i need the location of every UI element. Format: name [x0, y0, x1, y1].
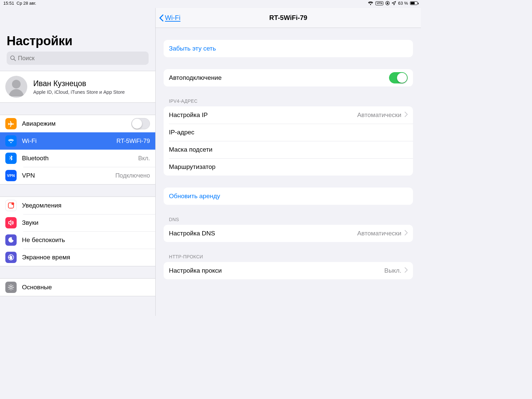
ip-address-row: IP-адрес	[164, 124, 413, 141]
dnd-icon	[5, 234, 17, 246]
forget-network-label: Забыть эту сеть	[169, 45, 216, 52]
notifications-icon	[5, 200, 17, 211]
dns-config-row[interactable]: Настройка DNS Автоматически	[164, 225, 413, 242]
dns-section-header: DNS	[164, 217, 413, 225]
avatar-icon	[5, 76, 27, 98]
renew-lease-button[interactable]: Обновить аренду	[164, 188, 413, 205]
ip-address-label: IP-адрес	[169, 129, 195, 136]
chevron-right-icon	[405, 112, 408, 118]
detail-nav: Wi-Fi RT-5WiFi-79	[156, 8, 421, 28]
proxy-section-header: HTTP-ПРОКСИ	[164, 254, 413, 262]
wifi-icon	[5, 135, 17, 147]
sidebar-item-airplane[interactable]: Авиарежим	[0, 115, 155, 132]
chevron-right-icon	[405, 230, 408, 237]
ip-config-row[interactable]: Настройка IP Автоматически	[164, 106, 413, 124]
ip-config-label: Настройка IP	[169, 111, 208, 119]
apple-id-row[interactable]: Иван Кузнецов Apple ID, iCloud, iTunes S…	[0, 71, 155, 102]
vpn-status-badge: VPN	[375, 1, 383, 5]
settings-title: Настройки	[7, 34, 149, 48]
battery-percentage: 63 %	[398, 1, 408, 6]
sidebar-item-label: Авиарежим	[22, 120, 56, 127]
ip-config-value: Автоматически	[357, 111, 401, 119]
chevron-left-icon	[159, 14, 164, 22]
svg-rect-7	[10, 256, 12, 259]
autojoin-toggle[interactable]	[389, 72, 408, 83]
sidebar-item-detail: Вкл.	[138, 155, 150, 162]
router-row: Маршрутизатор	[164, 158, 413, 176]
sidebar-item-label: Экранное время	[22, 254, 70, 261]
subnet-label: Маска подсети	[169, 146, 212, 153]
svg-rect-1	[387, 3, 388, 4]
sidebar-item-label: Уведомления	[22, 202, 62, 209]
sidebar-item-label: Звуки	[22, 219, 39, 226]
subnet-row: Маска подсети	[164, 141, 413, 158]
svg-point-6	[12, 202, 14, 205]
sidebar-item-vpn[interactable]: VPN VPN Подключено	[0, 167, 155, 184]
bluetooth-icon	[5, 153, 17, 164]
back-label: Wi-Fi	[165, 14, 181, 22]
router-label: Маршрутизатор	[169, 163, 215, 171]
wifi-status-icon	[368, 1, 373, 5]
location-status-icon	[392, 1, 396, 5]
chevron-right-icon	[405, 267, 408, 274]
svg-point-8	[10, 286, 12, 289]
apple-id-subtitle: Apple ID, iCloud, iTunes Store и App Sto…	[33, 89, 125, 95]
sidebar-item-wifi[interactable]: Wi-Fi RT-5WiFi-79	[0, 132, 155, 150]
status-bar: 15:51 Ср 28 авг. VPN 63 %	[0, 0, 421, 8]
settings-sidebar: Настройки Иван Кузнецов Apple ID, iCloud…	[0, 8, 156, 316]
sidebar-item-label: Основные	[22, 284, 52, 291]
sidebar-item-detail: Подключено	[115, 172, 150, 179]
autojoin-row[interactable]: Автоподключение	[164, 69, 413, 86]
sounds-icon	[5, 217, 17, 228]
search-field[interactable]	[7, 52, 149, 65]
sidebar-item-label: VPN	[22, 172, 35, 179]
airplane-icon	[5, 118, 17, 129]
screentime-icon	[5, 252, 17, 263]
airplane-toggle[interactable]	[131, 118, 150, 129]
general-icon	[5, 282, 17, 293]
battery-icon	[410, 1, 418, 5]
sidebar-item-label: Bluetooth	[22, 155, 49, 162]
search-input[interactable]	[18, 55, 145, 62]
sidebar-item-dnd[interactable]: Не беспокоить	[0, 231, 155, 249]
dns-config-value: Автоматически	[357, 230, 401, 237]
ipv4-section-header: IPV4-АДРЕС	[164, 98, 413, 106]
search-icon	[10, 55, 16, 61]
proxy-config-value: Выкл.	[384, 267, 401, 274]
dns-config-label: Настройка DNS	[169, 230, 215, 237]
status-date: Ср 28 авг.	[17, 1, 36, 6]
sidebar-item-label: Не беспокоить	[22, 236, 65, 244]
detail-pane: Wi-Fi RT-5WiFi-79 Забыть эту сеть Автопо…	[156, 8, 421, 316]
svg-point-4	[12, 80, 21, 88]
sidebar-item-notifications[interactable]: Уведомления	[0, 197, 155, 214]
sidebar-item-screentime[interactable]: Экранное время	[0, 249, 155, 266]
detail-title: RT-5WiFi-79	[156, 14, 421, 22]
forget-network-button[interactable]: Забыть эту сеть	[164, 40, 413, 57]
orientation-lock-icon	[385, 1, 390, 5]
renew-lease-label: Обновить аренду	[169, 193, 220, 200]
sidebar-item-general[interactable]: Основные	[0, 279, 155, 296]
sidebar-item-label: Wi-Fi	[22, 137, 37, 145]
apple-id-name: Иван Кузнецов	[33, 79, 125, 88]
sidebar-item-sounds[interactable]: Звуки	[0, 214, 155, 231]
svg-line-3	[14, 59, 16, 61]
status-time-date: 15:51 Ср 28 авг.	[3, 1, 36, 6]
sidebar-item-detail: RT-5WiFi-79	[116, 138, 150, 145]
vpn-icon: VPN	[5, 170, 17, 181]
status-time: 15:51	[3, 1, 14, 6]
proxy-config-label: Настройка прокси	[169, 267, 222, 274]
proxy-config-row[interactable]: Настройка прокси Выкл.	[164, 262, 413, 279]
sidebar-item-bluetooth[interactable]: Bluetooth Вкл.	[0, 150, 155, 167]
autojoin-label: Автоподключение	[169, 74, 222, 81]
back-button[interactable]: Wi-Fi	[156, 14, 181, 22]
